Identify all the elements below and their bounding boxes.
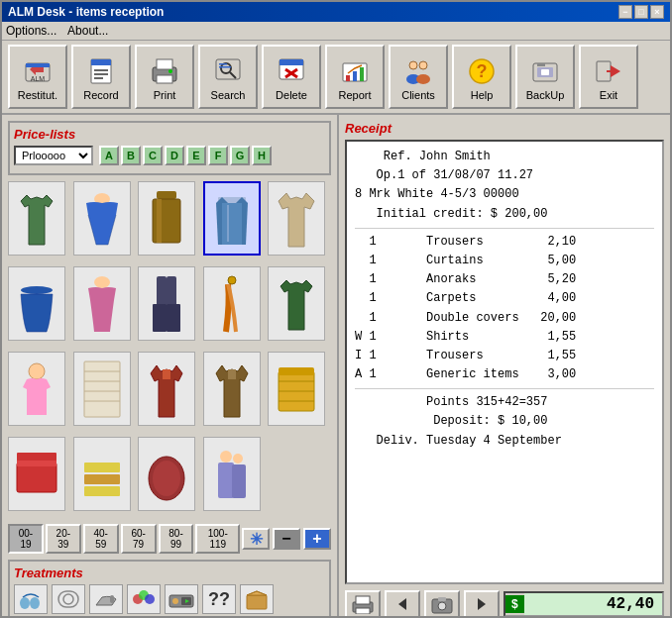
page-tab-6079[interactable]: 60-79 — [121, 524, 157, 554]
minus-button[interactable]: − — [273, 528, 300, 550]
camera-button[interactable] — [424, 590, 460, 618]
svg-point-108 — [438, 602, 446, 610]
exit-button[interactable]: Exit — [579, 45, 638, 109]
item-cell-7[interactable] — [73, 266, 131, 341]
treat-box-icon[interactable] — [240, 584, 274, 614]
menu-options[interactable]: Options... — [6, 24, 56, 38]
svg-point-82 — [220, 451, 232, 463]
treat-question-icon[interactable]: ?? — [202, 584, 236, 614]
restitut-button[interactable]: ALM Restitut. — [8, 45, 67, 109]
receipt-header-op: Op.1 of 31/08/07 11.27 — [355, 166, 654, 185]
svg-rect-66 — [163, 369, 170, 379]
backup-button[interactable]: BackUp — [515, 45, 575, 109]
receipt-divider-2 — [355, 388, 654, 389]
clients-button[interactable]: Clients — [389, 45, 448, 109]
svg-point-27 — [419, 61, 427, 69]
record-button[interactable]: Record — [71, 45, 131, 109]
alpha-btn-g[interactable]: G — [230, 146, 250, 165]
main-area: Price-lists Prlooooo Prl00001 Prl00002 A… — [2, 115, 670, 618]
treat-wash2-icon[interactable] — [52, 584, 85, 614]
treatments-title: Treatments — [14, 566, 325, 580]
alpha-btn-d[interactable]: D — [165, 146, 184, 165]
alpha-btn-f[interactable]: F — [208, 146, 228, 165]
prev-button[interactable] — [385, 590, 420, 618]
close-button[interactable]: × — [650, 5, 664, 19]
left-panel: Price-lists Prlooooo Prl00001 Prl00002 A… — [2, 115, 339, 618]
svg-rect-2 — [26, 63, 50, 67]
snowflake-button[interactable]: ✳ — [242, 528, 270, 550]
svg-point-83 — [233, 454, 243, 464]
receipt-controls: $ 42,40 — [345, 590, 664, 618]
item-cell-14[interactable] — [203, 352, 261, 426]
page-tab-2039[interactable]: 20-39 — [46, 524, 81, 554]
svg-marker-106 — [398, 598, 406, 610]
right-panel: Receipt Ref. John Smith Op.1 of 31/08/07… — [339, 115, 670, 618]
price-lists-section: Price-lists Prlooooo Prl00001 Prl00002 A… — [8, 121, 331, 175]
item-cell-16[interactable] — [8, 437, 65, 511]
treat-iron-icon[interactable] — [89, 584, 123, 614]
item-cell-18[interactable] — [138, 437, 195, 511]
item-cell-12[interactable] — [73, 352, 131, 426]
exit-label: Exit — [600, 89, 617, 101]
svg-marker-100 — [247, 591, 267, 595]
search-button[interactable]: Search — [198, 45, 258, 109]
report-button[interactable]: Report — [325, 45, 385, 109]
svg-point-87 — [30, 597, 40, 609]
item-cell-2[interactable] — [73, 181, 131, 256]
menu-about[interactable]: About... — [67, 24, 108, 38]
svg-point-50 — [21, 286, 53, 294]
item-cell-10[interactable] — [268, 266, 325, 341]
item-cell-6[interactable] — [8, 266, 65, 341]
receipt-header-ref: Ref. John Smith — [355, 148, 654, 166]
delete-button[interactable]: Delete — [262, 45, 321, 109]
next-button[interactable] — [464, 590, 500, 618]
item-cell-15[interactable] — [268, 352, 325, 426]
page-tab-100119[interactable]: 100-119 — [195, 524, 240, 554]
restitut-icon: ALM — [22, 55, 54, 87]
alpha-btn-a[interactable]: A — [99, 146, 119, 165]
treatments-icons: ?? — [14, 584, 325, 614]
page-tab-0019[interactable]: 00-19 — [8, 524, 44, 554]
receipt-item-6: W 1 Shirts 1,55 — [355, 328, 654, 347]
item-cell-9[interactable] — [203, 266, 261, 341]
menu-bar: Options... About... — [2, 22, 670, 41]
svg-rect-70 — [279, 367, 314, 375]
price-list-select[interactable]: Prlooooo Prl00001 Prl00002 — [14, 146, 93, 165]
item-cell-1[interactable] — [8, 181, 65, 256]
price-lists-title: Price-lists — [14, 127, 325, 142]
alpha-btn-h[interactable]: H — [252, 146, 272, 165]
backup-label: BackUp — [526, 89, 565, 101]
print-receipt-button[interactable] — [345, 590, 381, 618]
item-cell-19[interactable] — [203, 437, 261, 511]
svg-rect-43 — [157, 199, 162, 243]
plus-button[interactable]: + — [303, 528, 331, 550]
maximize-button[interactable]: □ — [634, 5, 648, 19]
item-cell-8[interactable] — [138, 266, 195, 341]
receipt-deposit: Deposit: $ 10,00 — [355, 412, 654, 431]
exit-icon — [593, 55, 624, 87]
alpha-btn-c[interactable]: C — [143, 146, 163, 165]
minimize-button[interactable]: − — [618, 5, 632, 19]
svg-rect-90 — [110, 595, 114, 603]
treat-machine-icon[interactable] — [165, 584, 198, 614]
alpha-buttons: A B C D E F G H — [99, 146, 272, 165]
item-cell-5[interactable] — [268, 181, 325, 256]
item-cell-3[interactable] — [138, 181, 195, 256]
alpha-btn-e[interactable]: E — [186, 146, 206, 165]
receipt-points: Points 315+42=357 — [355, 393, 654, 412]
help-button[interactable]: ? Help — [452, 45, 511, 109]
treat-wash-icon[interactable] — [14, 584, 48, 614]
treat-color-icon[interactable] — [127, 584, 161, 614]
window-controls: − □ × — [618, 5, 664, 19]
item-cell-13[interactable] — [138, 352, 195, 426]
alpha-btn-b[interactable]: B — [121, 146, 141, 165]
backup-icon — [529, 55, 561, 87]
page-tab-4059[interactable]: 40-59 — [83, 524, 119, 554]
page-tab-8099[interactable]: 80-99 — [159, 524, 194, 554]
svg-rect-17 — [219, 66, 231, 68]
item-cell-17[interactable] — [73, 437, 131, 511]
print-button[interactable]: Print — [135, 45, 194, 109]
svg-rect-54 — [153, 304, 167, 332]
item-cell-11[interactable] — [8, 352, 65, 426]
item-cell-4[interactable] — [203, 181, 261, 256]
